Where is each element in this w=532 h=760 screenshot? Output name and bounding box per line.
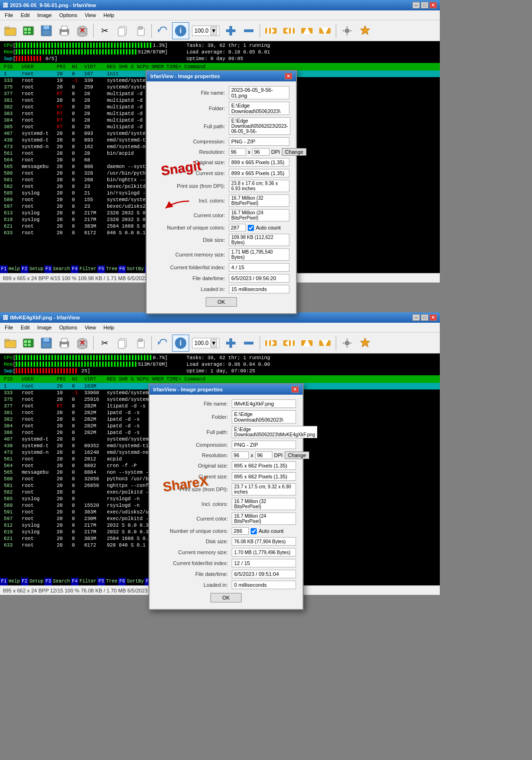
res-x-input[interactable] xyxy=(229,148,246,156)
bottom-f6-key[interactable]: F6 xyxy=(118,578,126,585)
next-button[interactable] xyxy=(280,22,297,39)
bottom-res-y-input[interactable] xyxy=(255,451,272,459)
top-dialog-close[interactable]: ✕ xyxy=(285,73,292,80)
bottom-zoom-dropdown[interactable]: ▼ xyxy=(210,339,217,347)
res-y-input[interactable] xyxy=(253,148,270,156)
bottom-filmstrip-button[interactable] xyxy=(20,335,37,352)
auto-count-checkbox[interactable] xyxy=(248,225,254,231)
bottom-change-resolution-button[interactable]: Change xyxy=(285,451,310,459)
bottom-dialog-ok-button[interactable]: OK xyxy=(210,593,242,602)
bottom-menu-view[interactable]: View xyxy=(82,324,99,331)
full-path-label: Full path: xyxy=(153,124,229,129)
svg-rect-67 xyxy=(244,342,253,345)
minimize-button[interactable]: ─ xyxy=(412,2,420,9)
bottom-dialog-close[interactable]: ✕ xyxy=(291,386,299,393)
bottom-unique-value-input[interactable] xyxy=(232,527,249,535)
bottom-dialog-content: File name: tMvKE4gXkF.png Folder: E:\Edg… xyxy=(149,395,303,609)
menu-edit[interactable]: Edit xyxy=(18,11,33,19)
undo-button[interactable] xyxy=(154,22,171,39)
bottom-info-button[interactable]: i xyxy=(172,335,189,352)
bottom-minimize-button[interactable]: ─ xyxy=(412,314,420,321)
change-resolution-button[interactable]: Change xyxy=(282,148,307,156)
maximize-button[interactable]: □ xyxy=(421,2,428,9)
f2-key[interactable]: F2 xyxy=(21,265,28,273)
star-button[interactable] xyxy=(357,22,374,39)
bottom-copy-button[interactable] xyxy=(114,335,131,352)
svg-text:i: i xyxy=(180,27,182,35)
bottom-scroll-down-button[interactable] xyxy=(316,335,333,352)
bottom-menu-edit[interactable]: Edit xyxy=(18,324,33,331)
f5-key[interactable]: F5 xyxy=(97,265,105,273)
svg-text:✕: ✕ xyxy=(79,339,85,346)
bottom-menu-options[interactable]: Options xyxy=(56,324,80,331)
close-button[interactable]: ✕ xyxy=(429,2,437,9)
bottom-next-button[interactable] xyxy=(280,335,297,352)
bottom-close-button[interactable]: ✕ xyxy=(429,314,437,321)
bottom-menu-file[interactable]: File xyxy=(2,324,16,331)
bottom-f3-key[interactable]: F3 xyxy=(44,578,52,585)
bottom-disk-size-value: 76.08 KB (77,904 Bytes) xyxy=(232,537,296,546)
save-button[interactable] xyxy=(38,22,55,39)
svg-rect-59 xyxy=(118,340,125,348)
paste-button[interactable] xyxy=(132,22,149,39)
bottom-auto-count-checkbox[interactable] xyxy=(251,528,257,534)
bottom-f1-key[interactable]: F1 xyxy=(0,578,8,585)
zoom-dropdown[interactable]: ▼ xyxy=(210,27,217,35)
bottom-zoom-out-button[interactable] xyxy=(240,335,257,352)
bottom-f2-key[interactable]: F2 xyxy=(21,578,28,585)
bottom-f5-key[interactable]: F5 xyxy=(97,578,105,585)
bottom-unique-label: Number of unique colors: xyxy=(156,528,232,534)
bottom-menu-help[interactable]: Help xyxy=(101,324,117,331)
bottom-scroll-up-button[interactable] xyxy=(298,335,315,352)
bottom-menu-image[interactable]: Image xyxy=(35,324,55,331)
zoom-value: 100.0 xyxy=(194,27,209,34)
f1-key[interactable]: F1 xyxy=(0,265,8,273)
f6-key[interactable]: F6 xyxy=(118,265,126,273)
f3-key[interactable]: F3 xyxy=(44,265,52,273)
bottom-prev-button[interactable] xyxy=(262,335,279,352)
svg-rect-4 xyxy=(28,28,31,31)
print-button[interactable] xyxy=(56,22,73,39)
open-button[interactable] xyxy=(2,22,19,39)
toolbar-separator-4 xyxy=(336,24,336,38)
filmstrip-button[interactable] xyxy=(20,22,37,39)
menu-image[interactable]: Image xyxy=(35,11,55,19)
menu-options[interactable]: Options xyxy=(56,11,80,19)
bottom-undo-button[interactable] xyxy=(154,335,171,352)
svg-rect-45 xyxy=(24,344,27,346)
bottom-star-button[interactable] xyxy=(357,335,374,352)
cut-button[interactable]: ✂ xyxy=(96,22,113,39)
menu-view[interactable]: View xyxy=(82,11,99,19)
scroll-down-button[interactable] xyxy=(316,22,333,39)
bottom-delete-button[interactable]: ✕ xyxy=(74,335,91,352)
bottom-res-x-input[interactable] xyxy=(232,451,249,459)
menu-file[interactable]: File xyxy=(2,11,16,19)
top-dialog-ok-button[interactable]: OK xyxy=(206,297,237,307)
settings-button[interactable] xyxy=(339,22,356,39)
unique-value-input[interactable] xyxy=(229,224,246,231)
bottom-maximize-button[interactable]: □ xyxy=(421,314,428,321)
info-button[interactable]: i xyxy=(172,22,189,39)
bottom-cut-button[interactable]: ✂ xyxy=(96,335,113,352)
scroll-up-button[interactable] xyxy=(298,22,315,39)
top-system-stats: CPU[▌▌▌▌▌▌▌▌▌▌▌▌▌▌▌▌▌▌▌▌▌▌▌▌▌▌▌▌▌▌▌▌▌▌▌▌… xyxy=(0,41,440,63)
col-ni: NI xyxy=(72,63,84,70)
f4-key[interactable]: F4 xyxy=(71,265,78,273)
bottom-settings-button[interactable] xyxy=(339,335,356,352)
bottom-save-button[interactable] xyxy=(38,335,55,352)
zoom-in-button[interactable] xyxy=(222,22,239,39)
prev-button[interactable] xyxy=(262,22,279,39)
bottom-zoom-in-button[interactable] xyxy=(222,335,239,352)
folder-index-value: 4 / 15 xyxy=(229,263,289,272)
delete-button[interactable]: ✕ xyxy=(74,22,91,39)
bottom-f4-key[interactable]: F4 xyxy=(71,578,78,585)
bottom-mem-size-value: 1.70 MB (1,779,496 Bytes) xyxy=(232,548,296,557)
menu-help[interactable]: Help xyxy=(101,11,117,19)
svg-marker-79 xyxy=(360,338,370,347)
zoom-out-button[interactable] xyxy=(240,22,257,39)
bottom-open-button[interactable] xyxy=(2,335,19,352)
bottom-print-button[interactable] xyxy=(56,335,73,352)
bottom-paste-button[interactable] xyxy=(132,335,149,352)
copy-button[interactable] xyxy=(114,22,131,39)
svg-rect-19 xyxy=(118,28,125,36)
